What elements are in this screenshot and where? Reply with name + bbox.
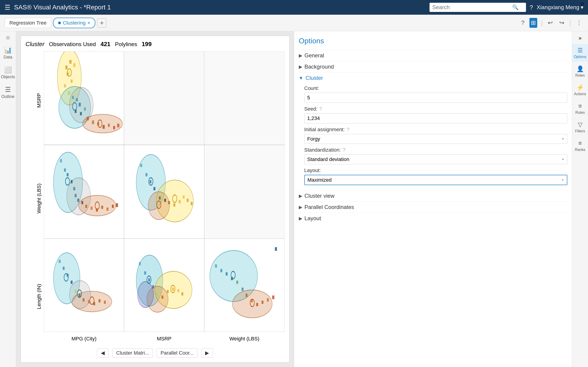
polylines-value: 199 [142, 41, 152, 48]
ranks-icon: ≡ [578, 140, 582, 147]
main-layout: ⊞ 📊 Data ⬜ Objects ☰ Outline Cluster Obs… [0, 31, 588, 367]
rsidebar-filters[interactable]: ▽ Filters [572, 118, 588, 136]
cluster-expand-icon: ▼ [299, 75, 303, 81]
svg-rect-42 [101, 206, 103, 209]
initial-assignment-select[interactable]: Forgy Random PCA [304, 134, 568, 144]
chart-header: Cluster Observations Used 421 Polylines … [26, 41, 285, 48]
sidebar-item-data[interactable]: 📊 Data [1, 44, 15, 62]
svg-rect-88 [144, 271, 146, 275]
parallel-coord-expand-icon: ▶ [299, 204, 302, 210]
svg-rect-55 [159, 196, 161, 200]
cluster-view-expand-icon: ▶ [299, 193, 302, 199]
tab-regression-tree[interactable]: Regression Tree [5, 18, 51, 28]
section-general[interactable]: ▶ General [299, 50, 568, 61]
svg-rect-76 [88, 300, 90, 303]
svg-rect-9 [64, 84, 66, 87]
standardization-select[interactable]: Standard deviation None Range [304, 154, 568, 164]
cell-mpg-msrp: ○ [44, 51, 124, 145]
section-layout[interactable]: ▶ Layout [299, 213, 568, 224]
count-input[interactable] [304, 93, 568, 103]
chart-row-1: ○ [44, 51, 285, 145]
sidebar-item-objects[interactable]: ⬜ Objects [1, 64, 15, 82]
section-cluster[interactable]: ▼ Cluster [299, 72, 568, 83]
right-sidebar-expand-icon[interactable]: » [579, 35, 582, 41]
svg-rect-69 [59, 260, 61, 263]
svg-rect-111 [267, 298, 269, 301]
svg-rect-40 [91, 207, 93, 210]
layout-select[interactable]: Maximized Tiled Single [304, 175, 568, 185]
tab-clustering[interactable]: Clustering × [53, 18, 95, 28]
help-icon[interactable]: ? [530, 4, 533, 11]
observations-label: Observations Used [49, 41, 96, 48]
section-background[interactable]: ▶ Background [299, 61, 568, 72]
svg-rect-91 [156, 292, 158, 295]
rsidebar-options-label: Options [574, 55, 586, 59]
svg-rect-60 [183, 195, 185, 199]
rsidebar-roles[interactable]: 👤 Roles [572, 63, 588, 80]
svg-rect-113 [275, 247, 277, 251]
undo-button[interactable]: ↩ [546, 18, 554, 28]
prev-page-button[interactable]: ◀ [97, 348, 109, 358]
options-toolbar-icon[interactable]: ⊞ [529, 18, 537, 28]
section-cluster-view[interactable]: ▶ Cluster view [299, 190, 568, 201]
layout-label: Layout: [304, 167, 568, 173]
hamburger-icon[interactable]: ☰ [5, 4, 10, 11]
svg-rect-70 [63, 267, 65, 270]
data-icon: 📊 [4, 46, 12, 54]
svg-rect-12 [76, 98, 78, 101]
parallel-coord-tab[interactable]: Parallel Coor... [157, 348, 198, 358]
seed-input[interactable] [304, 113, 568, 123]
rsidebar-roles-label: Roles [575, 73, 585, 77]
svg-rect-23 [117, 124, 119, 127]
cell-msrp-weight [124, 145, 204, 238]
svg-rect-59 [179, 200, 181, 203]
options-title: Options [299, 37, 568, 45]
section-parallel-coord[interactable]: ▶ Parallel Coordinates [299, 201, 568, 213]
svg-rect-17 [86, 117, 89, 120]
svg-rect-89 [148, 278, 150, 282]
cluster-matrix-tab[interactable]: Cluster Matri... [112, 348, 153, 358]
standardization-label: Standardization: ? [304, 147, 568, 153]
rsidebar-rules[interactable]: ≡ Rules [572, 100, 588, 117]
tab-clustering-label: Clustering [63, 20, 86, 26]
cell-empty-1-3 [204, 51, 284, 145]
topbar: ☰ SAS® Visual Analytics - *Report 1 🔍 ? … [0, 0, 588, 15]
sidebar-item-outline[interactable]: ☰ Outline [1, 83, 15, 101]
next-page-button[interactable]: ▶ [201, 348, 213, 358]
svg-rect-79 [104, 300, 106, 304]
svg-rect-10 [68, 91, 70, 95]
objects-icon: ⬜ [4, 66, 12, 74]
svg-rect-8 [71, 80, 73, 83]
svg-rect-21 [108, 124, 110, 127]
sidebar-objects-label: Objects [1, 75, 15, 79]
svg-rect-37 [78, 199, 79, 202]
cell-msrp-length [124, 239, 204, 332]
svg-rect-95 [178, 289, 179, 292]
outline-icon: ☰ [5, 86, 11, 93]
scatter-matrix: MSRP Weight (LBS) Length (IN) [26, 51, 285, 346]
svg-rect-96 [182, 292, 183, 295]
cell-weight-length [204, 239, 284, 332]
y-axis-column: MSRP Weight (LBS) Length (IN) [26, 51, 44, 346]
rsidebar-ranks[interactable]: ≡ Ranks [572, 137, 588, 155]
count-label: Count: [304, 85, 568, 91]
y-label-length: Length (IN) [26, 248, 44, 346]
svg-rect-5 [69, 60, 71, 64]
cluster-section-content: Count: Seed: ? Initial assignment: ? For… [299, 83, 568, 190]
search-box: 🔍 [430, 3, 526, 12]
help-toolbar-icon[interactable]: ? [520, 18, 526, 28]
svg-rect-38 [81, 201, 83, 204]
add-tab-button[interactable]: + [97, 18, 106, 27]
search-input[interactable] [432, 4, 510, 10]
rsidebar-options[interactable]: ☰ Options [572, 44, 588, 62]
svg-rect-45 [116, 203, 118, 207]
cell-empty-2-3 [204, 145, 284, 238]
svg-rect-75 [83, 298, 85, 301]
tab-close-icon[interactable]: × [87, 20, 90, 26]
more-options-button[interactable]: ⋮ [575, 18, 583, 28]
user-menu[interactable]: Xiangxiang Meng ▾ [537, 4, 583, 10]
rsidebar-actions[interactable]: ⚡ Actions [572, 81, 588, 99]
svg-rect-78 [99, 299, 100, 302]
sidebar-outline-label: Outline [1, 94, 15, 99]
redo-button[interactable]: ↪ [558, 18, 566, 28]
